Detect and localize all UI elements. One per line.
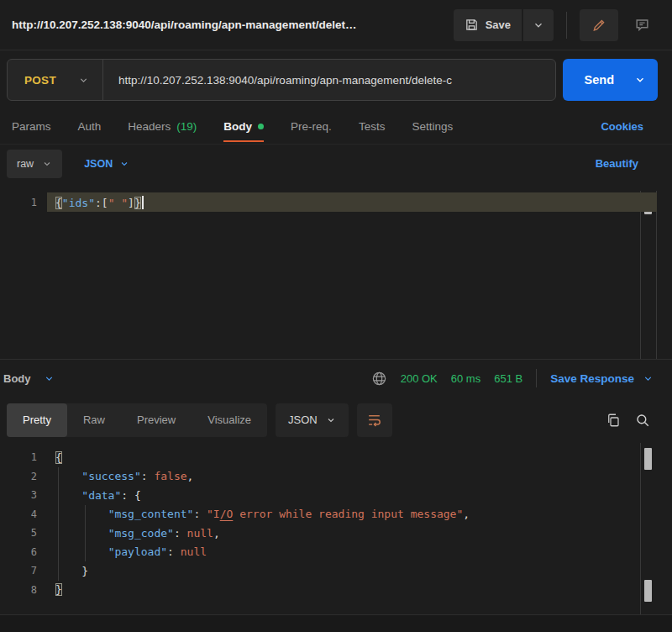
cookies-link[interactable]: Cookies [601,120,643,133]
response-panel-selector[interactable]: Body [3,372,55,385]
code-content: { [55,451,62,464]
response-time[interactable]: 60 ms [451,372,480,385]
line-number: 7 [0,565,37,577]
postman-window: http://10.207.252.138:9040/api/roaming/a… [0,0,672,632]
response-toolbar: PrettyRawPreviewVisualize JSON [0,397,672,443]
tab-tests[interactable]: Tests [359,109,386,144]
response-view-raw[interactable]: Raw [67,403,121,437]
body-mode-selector[interactable]: raw [7,150,62,178]
response-language-label: JSON [288,413,318,426]
send-button-group: Send [563,59,658,101]
line-number: 1 [0,197,37,208]
response-body-viewer[interactable]: 1{2 "success": false,3 "data": {4 "msg_c… [0,443,672,614]
url-input[interactable] [103,74,555,87]
send-label: Send [585,73,614,87]
tab-headers[interactable]: Headers(19) [128,109,197,144]
code-line-2[interactable]: 2 "success": false, [0,467,672,487]
text-cursor [142,196,144,209]
code-line-1[interactable]: 1{ [0,448,672,467]
editor-scrollbar[interactable] [640,191,657,359]
tab-body[interactable]: Body [223,109,264,144]
line-number: 3 [0,489,37,501]
code-content: "data": { [55,489,141,502]
network-globe-icon[interactable] [371,371,387,387]
send-button[interactable]: Send [563,59,622,101]
save-button[interactable]: Save [454,9,522,41]
request-tabs-row: ParamsAuthHeaders(19)BodyPre-req.TestsSe… [0,109,672,145]
response-meta-row: Body 200 OK 60 ms 651 B Save Response [0,360,672,397]
save-response-button[interactable]: Save Response [550,372,654,385]
code-content: "msg_code": null, [55,527,220,540]
response-panel-label: Body [3,372,31,385]
tab-settings[interactable]: Settings [412,109,453,144]
chevron-down-icon [78,75,89,86]
save-response-label: Save Response [550,372,634,385]
response-view-tabs: PrettyRawPreviewVisualize [7,403,267,437]
body-filled-dot [258,124,264,129]
tab-auth[interactable]: Auth [78,109,102,144]
header-divider [566,12,567,39]
status-bar [0,614,672,632]
request-tab-title: http://10.207.252.138:9040/api/roaming/a… [12,18,454,31]
wrap-lines-button[interactable] [357,403,392,437]
code-content: } [55,583,62,596]
wrap-lines-icon [366,412,382,428]
search-icon[interactable] [635,413,650,428]
code-line-7[interactable]: 7 } [0,561,672,581]
line-number: 2 [0,471,37,482]
code-line-4[interactable]: 4 "msg_content": "I/O error while readin… [0,505,672,524]
response-view-visualize[interactable]: Visualize [192,403,267,437]
code-content: {"ids":[" "]} [55,196,144,209]
request-tabs: ParamsAuthHeaders(19)BodyPre-req.TestsSe… [12,109,601,144]
beautify-link[interactable]: Beautify [596,157,638,170]
line-number: 1 [0,451,37,463]
code-content: "payload": null [55,545,207,558]
chevron-down-icon [326,415,336,425]
line-number: 4 [0,508,37,520]
code-line-6[interactable]: 6 "payload": null [0,543,672,562]
pencil-icon [591,18,606,33]
request-body-editor[interactable]: 1{"ids":[" "]} [0,182,672,360]
chevron-down-icon [42,159,52,169]
line-number: 6 [0,546,37,558]
status-code[interactable]: 200 OK [401,372,438,385]
response-size[interactable]: 651 B [494,372,522,385]
body-language-selector[interactable]: JSON [84,158,129,170]
url-box: POST [7,59,556,101]
response-language-selector[interactable]: JSON [276,403,349,437]
save-icon [465,18,479,32]
code-content: "msg_content": "I/O error while reading … [55,508,470,520]
code-line-3[interactable]: 3 "data": { [0,486,672,505]
code-line-8[interactable]: 8} [0,581,672,600]
code-line-1[interactable]: 1{"ids":[" "]} [0,192,672,212]
chevron-down-icon [119,159,129,169]
chevron-down-icon [634,74,646,86]
body-language-label: JSON [84,158,113,170]
response-view-preview[interactable]: Preview [121,403,192,437]
comments-button[interactable] [625,9,659,41]
response-view-pretty[interactable]: Pretty [7,403,67,437]
line-number: 8 [0,584,37,596]
body-mode-label: raw [17,158,34,170]
send-options-button[interactable] [622,59,658,101]
method-label: POST [24,74,56,87]
code-content: } [55,565,88,577]
request-url-row: POST Send [0,50,672,109]
code-line-5[interactable]: 5 "msg_code": null, [0,524,672,543]
code-content: "success": false, [55,470,193,482]
method-selector[interactable]: POST [8,60,89,100]
chevron-down-icon [533,19,544,31]
chevron-down-icon [44,373,55,384]
body-options-bar: raw JSON Beautify [0,145,672,182]
comment-icon [634,17,650,33]
meta-divider [536,369,537,387]
copy-icon[interactable] [606,413,621,428]
tab-pre-req-[interactable]: Pre-req. [291,109,332,144]
save-label: Save [486,18,511,31]
tab-params[interactable]: Params [12,109,51,144]
request-header: http://10.207.252.138:9040/api/roaming/a… [0,0,672,50]
chevron-down-icon [643,373,654,384]
save-options-button[interactable] [523,9,554,41]
line-number: 5 [0,527,37,539]
edit-button[interactable] [580,9,618,41]
